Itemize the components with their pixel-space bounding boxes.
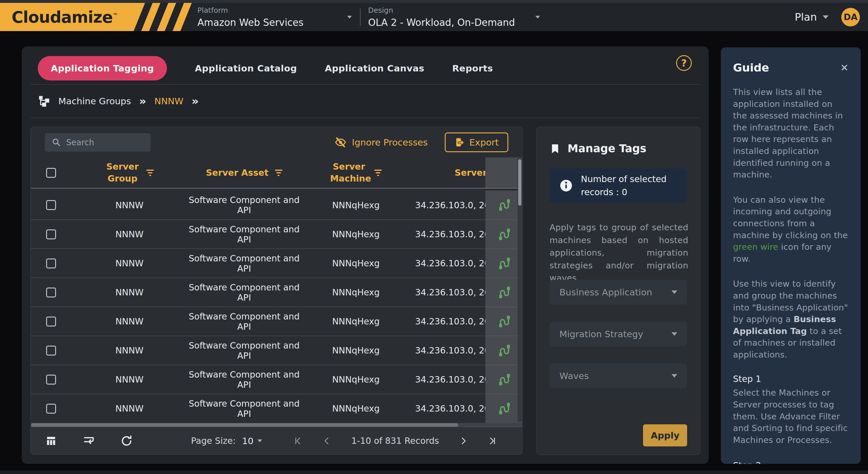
tab-application-tagging[interactable]: Application Tagging	[38, 56, 167, 81]
first-page-button[interactable]	[292, 435, 304, 447]
help-button[interactable]: ?	[676, 55, 692, 71]
vertical-scrollbar-thumb[interactable]	[518, 159, 521, 206]
filter-icon[interactable]	[374, 170, 382, 176]
column-header-server-asset[interactable]: Server Asset	[206, 168, 269, 178]
tab-application-catalog[interactable]: Application Catalog	[195, 63, 297, 73]
design-selector[interactable]: Design OLA 2 - Workload, On-Demand	[368, 6, 548, 28]
page-size-select[interactable]: 10	[242, 436, 262, 446]
green-wire-connections-icon[interactable]	[497, 373, 511, 387]
last-page-button[interactable]	[486, 435, 498, 447]
cell-server-asset: Software Component and API	[188, 369, 301, 390]
pagination-controls: 1-10 of 831 Records	[292, 435, 498, 447]
cell-server-machine: NNNqHexg	[332, 229, 380, 239]
cloudamize-logo[interactable]: Cloudamize™	[0, 3, 192, 31]
vertical-scrollbar[interactable]	[518, 158, 522, 422]
select-all-checkbox[interactable]	[46, 168, 56, 178]
green-wire-link: green wire	[733, 242, 778, 252]
apply-button[interactable]: Apply	[643, 424, 687, 446]
filter-icon[interactable]	[146, 170, 154, 176]
column-header-server-machine[interactable]: Server Machine	[330, 161, 368, 184]
refresh-icon[interactable]	[120, 435, 133, 447]
cell-server-asset: Software Component and API	[188, 282, 301, 303]
ignore-processes-button[interactable]: Ignore Processes	[334, 136, 428, 148]
column-header-server[interactable]: Server	[455, 168, 485, 178]
columns-settings-icon[interactable]	[45, 435, 58, 447]
green-wire-connections-icon[interactable]	[497, 286, 511, 299]
cell-server-group: NNNW	[116, 345, 144, 355]
chevron-down-icon	[823, 16, 829, 19]
design-label: Design	[368, 6, 528, 14]
row-checkbox[interactable]	[46, 317, 56, 326]
platform-value: Amazon Web Services	[197, 17, 340, 28]
export-button[interactable]: Export	[445, 132, 508, 152]
wrap-text-icon[interactable]	[83, 435, 95, 447]
info-icon	[559, 179, 573, 192]
cell-server-asset: Software Component and API	[188, 195, 301, 215]
table-row: NNNW Software Component and API NNNqHexg…	[31, 190, 522, 219]
close-icon[interactable]: ✕	[840, 63, 849, 72]
page-size-label: Page Size:	[191, 436, 236, 446]
cell-server-ip: 34.236.103.0, 203.24	[415, 316, 485, 326]
guide-panel: Guide ✕ This view lists all the applicat…	[721, 47, 861, 464]
cell-server-asset: Software Component and API	[188, 312, 301, 332]
next-page-button[interactable]	[458, 435, 469, 447]
business-application-dropdown[interactable]: Business Application	[550, 280, 687, 305]
green-wire-connections-icon[interactable]	[497, 402, 511, 416]
cell-server-group: NNNW	[116, 404, 144, 414]
green-wire-connections-icon[interactable]	[497, 198, 511, 212]
plan-menu[interactable]: Plan	[795, 11, 829, 23]
guide-paragraph-3: Use this view to identify and group the …	[733, 278, 848, 360]
platform-selector[interactable]: Platform Amazon Web Services	[197, 6, 360, 28]
row-checkbox[interactable]	[46, 230, 56, 239]
table-row: NNNW Software Component and API NNNqHexg…	[31, 307, 522, 336]
guide-step2-title: Step 2	[733, 461, 848, 464]
user-avatar[interactable]: DA	[841, 8, 860, 26]
window-bottom-strip	[0, 471, 868, 474]
column-header-server-group[interactable]: Server Group	[105, 161, 140, 184]
table-body: NNNW Software Component and API NNNqHexg…	[31, 190, 522, 423]
bookmark-icon	[550, 143, 561, 154]
search-box[interactable]	[45, 133, 151, 152]
guide-step1-text: Select the Machines or Server processes …	[733, 387, 848, 446]
table-footer: Page Size: 10 1-10 of 831 Records	[31, 427, 522, 454]
row-checkbox[interactable]	[46, 288, 56, 297]
cell-server-machine: NNNqHexg	[332, 404, 380, 414]
chevron-down-icon	[347, 16, 352, 19]
chevron-down-icon	[672, 374, 677, 378]
processes-table-panel: Ignore Processes Export Server	[30, 127, 523, 455]
cell-server-asset: Software Component and API	[188, 340, 301, 361]
search-input[interactable]	[66, 138, 167, 147]
migration-strategy-dropdown[interactable]: Migration Strategy	[550, 322, 687, 347]
breadcrumb-separator: »	[192, 95, 199, 108]
row-checkbox[interactable]	[46, 404, 56, 414]
guide-title: Guide	[733, 61, 769, 74]
guide-paragraph-1: This view lists all the application inst…	[733, 86, 848, 181]
green-wire-connections-icon[interactable]	[497, 315, 511, 328]
previous-page-button[interactable]	[321, 435, 333, 447]
green-wire-connections-icon[interactable]	[497, 344, 511, 358]
guide-paragraph-2: You can also view the incoming and outgo…	[733, 194, 848, 265]
cell-server-ip: 34.236.103.0, 203.24	[415, 229, 485, 239]
table-row: NNNW Software Component and API NNNqHexg…	[31, 278, 522, 307]
green-wire-connections-icon[interactable]	[497, 257, 511, 270]
row-checkbox[interactable]	[46, 200, 56, 210]
cell-server-ip: 34.236.103.0, 203.24	[415, 200, 485, 210]
table-row: NNNW Software Component and API NNNqHexg…	[31, 219, 522, 248]
selected-records-count-text: Number of selected records : 0	[581, 173, 677, 199]
tab-reports[interactable]: Reports	[452, 63, 493, 73]
tab-application-canvas[interactable]: Application Canvas	[325, 63, 425, 73]
logo-stripe	[173, 3, 192, 31]
breadcrumb-machine-groups[interactable]: Machine Groups	[58, 96, 131, 106]
cell-server-asset: Software Component and API	[188, 224, 301, 244]
row-checkbox[interactable]	[46, 259, 56, 268]
filter-icon[interactable]	[275, 170, 282, 176]
cell-server-machine: NNNqHexg	[332, 374, 380, 385]
machine-groups-icon	[38, 95, 50, 107]
waves-dropdown[interactable]: Waves	[550, 363, 687, 388]
row-checkbox[interactable]	[46, 346, 56, 355]
ignore-processes-label: Ignore Processes	[352, 137, 428, 148]
cell-server-ip: 34.236.103.0, 203.24	[415, 404, 485, 414]
row-checkbox[interactable]	[46, 375, 56, 385]
green-wire-connections-icon[interactable]	[497, 228, 511, 241]
breadcrumb-group-nnnw[interactable]: NNNW	[154, 96, 183, 106]
